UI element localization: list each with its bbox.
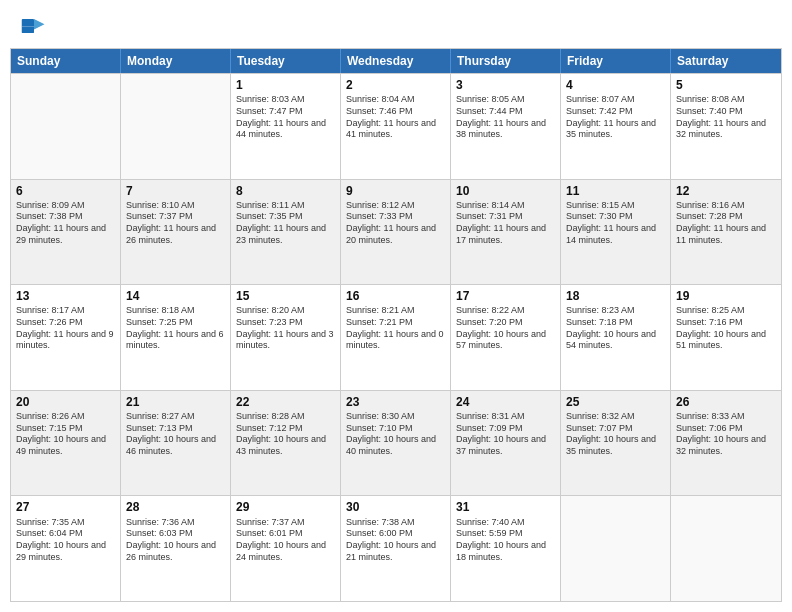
calendar-header-row: SundayMondayTuesdayWednesdayThursdayFrid…	[11, 49, 781, 73]
calendar-body: 1Sunrise: 8:03 AM Sunset: 7:47 PM Daylig…	[11, 73, 781, 601]
day-info: Sunrise: 8:10 AM Sunset: 7:37 PM Dayligh…	[126, 200, 225, 247]
day-cell-27: 27Sunrise: 7:35 AM Sunset: 6:04 PM Dayli…	[11, 496, 121, 601]
day-info: Sunrise: 8:03 AM Sunset: 7:47 PM Dayligh…	[236, 94, 335, 141]
day-number: 8	[236, 183, 335, 199]
day-info: Sunrise: 7:37 AM Sunset: 6:01 PM Dayligh…	[236, 517, 335, 564]
day-number: 15	[236, 288, 335, 304]
calendar-row-4: 27Sunrise: 7:35 AM Sunset: 6:04 PM Dayli…	[11, 495, 781, 601]
day-cell-2: 2Sunrise: 8:04 AM Sunset: 7:46 PM Daylig…	[341, 74, 451, 179]
day-info: Sunrise: 8:16 AM Sunset: 7:28 PM Dayligh…	[676, 200, 776, 247]
day-info: Sunrise: 8:14 AM Sunset: 7:31 PM Dayligh…	[456, 200, 555, 247]
header	[0, 0, 792, 48]
day-info: Sunrise: 7:35 AM Sunset: 6:04 PM Dayligh…	[16, 517, 115, 564]
day-cell-20: 20Sunrise: 8:26 AM Sunset: 7:15 PM Dayli…	[11, 391, 121, 496]
day-cell-15: 15Sunrise: 8:20 AM Sunset: 7:23 PM Dayli…	[231, 285, 341, 390]
day-number: 17	[456, 288, 555, 304]
day-number: 25	[566, 394, 665, 410]
day-cell-10: 10Sunrise: 8:14 AM Sunset: 7:31 PM Dayli…	[451, 180, 561, 285]
day-info: Sunrise: 8:20 AM Sunset: 7:23 PM Dayligh…	[236, 305, 335, 352]
day-number: 9	[346, 183, 445, 199]
day-number: 2	[346, 77, 445, 93]
day-number: 10	[456, 183, 555, 199]
calendar-row-0: 1Sunrise: 8:03 AM Sunset: 7:47 PM Daylig…	[11, 73, 781, 179]
day-number: 30	[346, 499, 445, 515]
day-number: 13	[16, 288, 115, 304]
day-number: 24	[456, 394, 555, 410]
day-cell-7: 7Sunrise: 8:10 AM Sunset: 7:37 PM Daylig…	[121, 180, 231, 285]
day-info: Sunrise: 8:15 AM Sunset: 7:30 PM Dayligh…	[566, 200, 665, 247]
day-number: 3	[456, 77, 555, 93]
col-header-wednesday: Wednesday	[341, 49, 451, 73]
day-number: 31	[456, 499, 555, 515]
day-info: Sunrise: 8:32 AM Sunset: 7:07 PM Dayligh…	[566, 411, 665, 458]
day-info: Sunrise: 8:07 AM Sunset: 7:42 PM Dayligh…	[566, 94, 665, 141]
calendar-row-1: 6Sunrise: 8:09 AM Sunset: 7:38 PM Daylig…	[11, 179, 781, 285]
col-header-sunday: Sunday	[11, 49, 121, 73]
day-number: 19	[676, 288, 776, 304]
calendar: SundayMondayTuesdayWednesdayThursdayFrid…	[10, 48, 782, 602]
day-number: 6	[16, 183, 115, 199]
day-cell-3: 3Sunrise: 8:05 AM Sunset: 7:44 PM Daylig…	[451, 74, 561, 179]
day-cell-29: 29Sunrise: 7:37 AM Sunset: 6:01 PM Dayli…	[231, 496, 341, 601]
day-number: 18	[566, 288, 665, 304]
col-header-saturday: Saturday	[671, 49, 781, 73]
day-cell-19: 19Sunrise: 8:25 AM Sunset: 7:16 PM Dayli…	[671, 285, 781, 390]
day-info: Sunrise: 8:27 AM Sunset: 7:13 PM Dayligh…	[126, 411, 225, 458]
day-cell-8: 8Sunrise: 8:11 AM Sunset: 7:35 PM Daylig…	[231, 180, 341, 285]
day-number: 21	[126, 394, 225, 410]
day-info: Sunrise: 8:11 AM Sunset: 7:35 PM Dayligh…	[236, 200, 335, 247]
day-info: Sunrise: 7:40 AM Sunset: 5:59 PM Dayligh…	[456, 517, 555, 564]
day-number: 20	[16, 394, 115, 410]
day-number: 5	[676, 77, 776, 93]
day-cell-26: 26Sunrise: 8:33 AM Sunset: 7:06 PM Dayli…	[671, 391, 781, 496]
empty-cell-r0c1	[121, 74, 231, 179]
day-number: 11	[566, 183, 665, 199]
col-header-monday: Monday	[121, 49, 231, 73]
day-number: 14	[126, 288, 225, 304]
day-cell-25: 25Sunrise: 8:32 AM Sunset: 7:07 PM Dayli…	[561, 391, 671, 496]
day-cell-6: 6Sunrise: 8:09 AM Sunset: 7:38 PM Daylig…	[11, 180, 121, 285]
day-cell-5: 5Sunrise: 8:08 AM Sunset: 7:40 PM Daylig…	[671, 74, 781, 179]
day-info: Sunrise: 8:33 AM Sunset: 7:06 PM Dayligh…	[676, 411, 776, 458]
day-cell-18: 18Sunrise: 8:23 AM Sunset: 7:18 PM Dayli…	[561, 285, 671, 390]
day-number: 26	[676, 394, 776, 410]
day-cell-1: 1Sunrise: 8:03 AM Sunset: 7:47 PM Daylig…	[231, 74, 341, 179]
day-number: 7	[126, 183, 225, 199]
day-number: 16	[346, 288, 445, 304]
day-number: 22	[236, 394, 335, 410]
day-cell-22: 22Sunrise: 8:28 AM Sunset: 7:12 PM Dayli…	[231, 391, 341, 496]
empty-cell-r4c5	[561, 496, 671, 601]
page: SundayMondayTuesdayWednesdayThursdayFrid…	[0, 0, 792, 612]
col-header-thursday: Thursday	[451, 49, 561, 73]
day-info: Sunrise: 8:30 AM Sunset: 7:10 PM Dayligh…	[346, 411, 445, 458]
day-info: Sunrise: 8:08 AM Sunset: 7:40 PM Dayligh…	[676, 94, 776, 141]
day-info: Sunrise: 7:38 AM Sunset: 6:00 PM Dayligh…	[346, 517, 445, 564]
day-info: Sunrise: 8:21 AM Sunset: 7:21 PM Dayligh…	[346, 305, 445, 352]
day-info: Sunrise: 8:17 AM Sunset: 7:26 PM Dayligh…	[16, 305, 115, 352]
logo-icon	[20, 12, 48, 40]
day-cell-4: 4Sunrise: 8:07 AM Sunset: 7:42 PM Daylig…	[561, 74, 671, 179]
logo	[20, 12, 52, 40]
day-cell-9: 9Sunrise: 8:12 AM Sunset: 7:33 PM Daylig…	[341, 180, 451, 285]
calendar-row-3: 20Sunrise: 8:26 AM Sunset: 7:15 PM Dayli…	[11, 390, 781, 496]
day-cell-16: 16Sunrise: 8:21 AM Sunset: 7:21 PM Dayli…	[341, 285, 451, 390]
day-cell-31: 31Sunrise: 7:40 AM Sunset: 5:59 PM Dayli…	[451, 496, 561, 601]
day-number: 28	[126, 499, 225, 515]
day-info: Sunrise: 8:05 AM Sunset: 7:44 PM Dayligh…	[456, 94, 555, 141]
empty-cell-r4c6	[671, 496, 781, 601]
day-info: Sunrise: 8:23 AM Sunset: 7:18 PM Dayligh…	[566, 305, 665, 352]
day-cell-30: 30Sunrise: 7:38 AM Sunset: 6:00 PM Dayli…	[341, 496, 451, 601]
day-info: Sunrise: 8:31 AM Sunset: 7:09 PM Dayligh…	[456, 411, 555, 458]
day-cell-23: 23Sunrise: 8:30 AM Sunset: 7:10 PM Dayli…	[341, 391, 451, 496]
day-cell-28: 28Sunrise: 7:36 AM Sunset: 6:03 PM Dayli…	[121, 496, 231, 601]
day-number: 29	[236, 499, 335, 515]
day-info: Sunrise: 8:12 AM Sunset: 7:33 PM Dayligh…	[346, 200, 445, 247]
col-header-friday: Friday	[561, 49, 671, 73]
day-number: 23	[346, 394, 445, 410]
day-cell-12: 12Sunrise: 8:16 AM Sunset: 7:28 PM Dayli…	[671, 180, 781, 285]
svg-rect-2	[22, 26, 34, 27]
empty-cell-r0c0	[11, 74, 121, 179]
day-number: 4	[566, 77, 665, 93]
day-cell-24: 24Sunrise: 8:31 AM Sunset: 7:09 PM Dayli…	[451, 391, 561, 496]
day-info: Sunrise: 8:22 AM Sunset: 7:20 PM Dayligh…	[456, 305, 555, 352]
